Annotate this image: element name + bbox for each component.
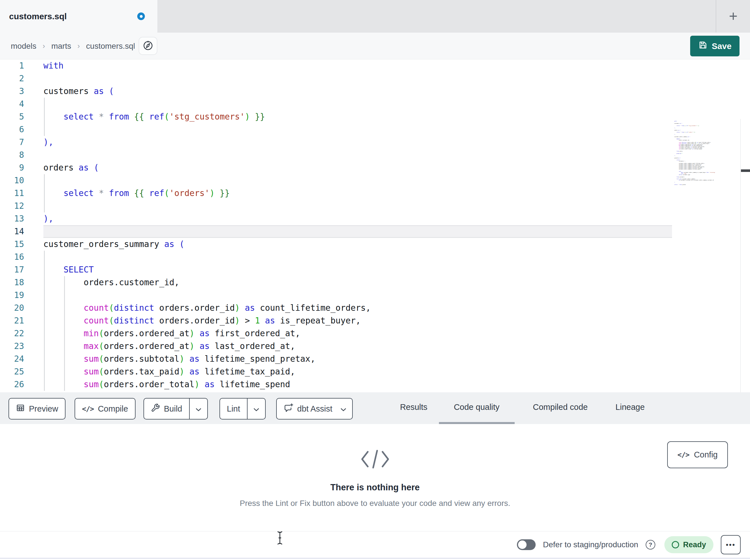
code-line-17[interactable]: 17 SELECT xyxy=(0,264,750,276)
code-line-2[interactable]: 2 xyxy=(0,72,750,85)
dbt-assist-dropdown[interactable] xyxy=(339,398,352,419)
defer-toggle[interactable] xyxy=(517,539,536,550)
save-label: Save xyxy=(712,41,732,51)
new-tab-button[interactable]: + xyxy=(723,5,744,27)
empty-state: There is nothing here Press the Lint or … xyxy=(0,424,750,508)
code-line-15[interactable]: 15customer_orders_summary as ( xyxy=(0,238,750,251)
status-bar: Defer to staging/production ? Ready ••• xyxy=(0,531,750,559)
line-number[interactable]: 13 xyxy=(0,212,24,225)
chevron-right-icon: › xyxy=(42,42,45,50)
compass-button[interactable] xyxy=(139,37,157,55)
code-line-1[interactable]: 1with xyxy=(0,60,750,72)
line-number[interactable]: 12 xyxy=(0,200,24,212)
code-line-18[interactable]: 18 orders.customer_id, xyxy=(0,276,750,289)
code-line-22[interactable]: 22 min(orders.ordered_at) as first_order… xyxy=(0,327,750,340)
tab-compiled-code[interactable]: Compiled code xyxy=(533,392,588,422)
breadcrumb-item-marts[interactable]: marts xyxy=(51,42,71,51)
line-number[interactable]: 7 xyxy=(0,136,24,149)
help-icon[interactable]: ? xyxy=(646,540,655,549)
code-line-4[interactable]: 4 xyxy=(0,98,750,110)
line-number[interactable]: 18 xyxy=(0,276,24,289)
dbt-assist-button[interactable]: dbt Assist xyxy=(276,398,353,419)
line-number[interactable]: 1 xyxy=(0,60,24,72)
line-number[interactable]: 14 xyxy=(0,225,24,238)
more-options-button[interactable]: ••• xyxy=(721,535,741,554)
chevron-down-icon xyxy=(253,404,259,414)
code-line-11[interactable]: 11 select * from {{ ref('orders') }} xyxy=(0,187,750,200)
code-line-20[interactable]: 20 count(distinct orders.order_id) as co… xyxy=(0,302,750,314)
tab-code-quality[interactable]: Code quality xyxy=(454,392,499,422)
lint-button[interactable]: Lint xyxy=(219,398,266,419)
line-number[interactable]: 11 xyxy=(0,187,24,200)
line-number[interactable]: 23 xyxy=(0,340,24,353)
code-line-16[interactable]: 16 xyxy=(0,251,750,264)
build-main[interactable]: Build xyxy=(144,398,189,419)
line-number[interactable]: 19 xyxy=(0,289,24,302)
line-number[interactable]: 20 xyxy=(0,302,24,314)
minimap[interactable]: withcustomers as ( select * from {{ ref(… xyxy=(674,121,717,187)
editor-scrollbar[interactable] xyxy=(741,119,750,392)
lint-dropdown[interactable] xyxy=(247,398,265,419)
build-button[interactable]: Build xyxy=(143,398,208,419)
code-line-8[interactable]: 8 xyxy=(0,149,750,162)
line-number[interactable]: 22 xyxy=(0,327,24,340)
code-line-12[interactable]: 12 xyxy=(0,200,750,212)
line-number[interactable]: 2 xyxy=(0,72,24,85)
line-number[interactable]: 8 xyxy=(0,149,24,162)
code-line-24[interactable]: 24 sum(orders.subtotal) as lifetime_spen… xyxy=(0,353,750,366)
line-number[interactable]: 4 xyxy=(0,98,24,110)
line-number[interactable]: 5 xyxy=(0,110,24,123)
lint-label: Lint xyxy=(227,404,240,414)
line-number[interactable]: 15 xyxy=(0,238,24,251)
toggle-knob-icon xyxy=(518,540,527,549)
save-icon xyxy=(698,40,708,52)
code-line-21[interactable]: 21 count(distinct orders.order_id) > 1 a… xyxy=(0,314,750,327)
compile-label: Compile xyxy=(98,404,128,414)
line-number[interactable]: 24 xyxy=(0,353,24,366)
dbt-assist-label: dbt Assist xyxy=(297,404,332,414)
build-dropdown[interactable] xyxy=(189,398,207,419)
code-line-19[interactable]: 19 xyxy=(0,289,750,302)
code-line-3[interactable]: 3customers as ( xyxy=(0,85,750,98)
breadcrumb-item-models[interactable]: models xyxy=(11,42,36,51)
code-icon: </> xyxy=(82,405,94,413)
action-toolbar: Preview </> Compile Build xyxy=(0,392,750,424)
code-line-14[interactable]: 14 xyxy=(0,225,750,238)
code-line-26[interactable]: 26 sum(orders.order_total) as lifetime_s… xyxy=(0,378,750,391)
code-line-7[interactable]: 7), xyxy=(0,136,750,149)
compass-icon xyxy=(143,40,153,52)
line-number[interactable]: 3 xyxy=(0,85,24,98)
empty-state-subtitle: Press the Lint or Fix button above to ev… xyxy=(0,499,750,508)
lint-main[interactable]: Lint xyxy=(220,398,247,419)
code-line-9[interactable]: 9orders as ( xyxy=(0,162,750,174)
scrollbar-thumb[interactable] xyxy=(741,169,750,172)
code-line-25[interactable]: 25 sum(orders.tax_paid) as lifetime_tax_… xyxy=(0,366,750,378)
line-number[interactable]: 6 xyxy=(0,123,24,136)
line-number[interactable]: 10 xyxy=(0,174,24,187)
tab-customers-sql[interactable]: customers.sql xyxy=(0,0,157,33)
line-number[interactable]: 16 xyxy=(0,251,24,264)
line-number[interactable]: 17 xyxy=(0,264,24,276)
code-line-13[interactable]: 13), xyxy=(0,212,750,225)
compile-button[interactable]: </> Compile xyxy=(75,398,136,419)
breadcrumb-bar: models › marts › customers.sql xyxy=(0,33,750,60)
config-button[interactable]: </> Config xyxy=(667,441,728,468)
line-number[interactable]: 25 xyxy=(0,366,24,378)
code-line-23[interactable]: 23 max(orders.ordered_at) as last_ordere… xyxy=(0,340,750,353)
active-tab-underline xyxy=(439,422,515,424)
preview-grid-icon xyxy=(16,403,25,414)
tab-results[interactable]: Results xyxy=(400,392,428,422)
tab-bar-divider xyxy=(716,0,716,33)
code-line-5[interactable]: 5 select * from {{ ref('stg_customers') … xyxy=(0,110,750,123)
code-line-6[interactable]: 6 xyxy=(0,123,750,136)
preview-button[interactable]: Preview xyxy=(8,398,65,419)
config-label: Config xyxy=(694,450,718,459)
code-line-10[interactable]: 10 xyxy=(0,174,750,187)
code-editor[interactable]: 1with23customers as (45 select * from {{… xyxy=(0,60,750,392)
line-number[interactable]: 26 xyxy=(0,378,24,391)
tab-lineage[interactable]: Lineage xyxy=(615,392,645,422)
save-button[interactable]: Save xyxy=(690,36,739,56)
line-number[interactable]: 21 xyxy=(0,314,24,327)
line-number[interactable]: 9 xyxy=(0,162,24,174)
breadcrumb: models › marts › customers.sql xyxy=(11,33,135,60)
